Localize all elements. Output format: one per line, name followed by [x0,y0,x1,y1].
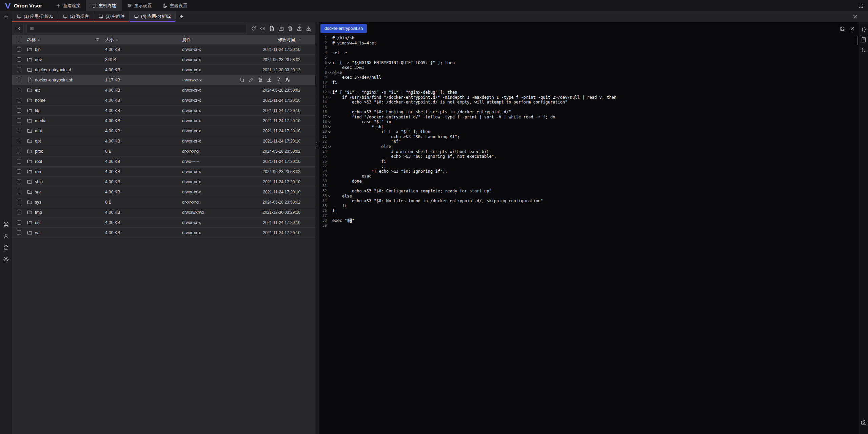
path-menu-icon[interactable] [29,26,34,31]
row-checkbox[interactable] [17,200,21,204]
brand[interactable]: Orion Visor [0,0,47,11]
editor-scrollbar[interactable] [857,36,858,45]
file-row-media[interactable]: media4.00 KBdrwxr-xr-x2021-11-24 17:20:1… [12,116,315,126]
fold-toggle-icon[interactable] [327,115,332,120]
terminal-tab-1[interactable]: (1) 应用-分析01 [12,11,58,22]
row-checkbox[interactable] [17,159,21,164]
delete-icon[interactable] [258,77,263,82]
file-row-root[interactable]: root4.00 KBdrwx------2021-11-24 17:20:10 [12,156,315,167]
file-row-usr[interactable]: usr4.00 KBdrwxr-xr-x2021-11-24 17:20:10 [12,218,315,228]
fold-toggle-icon[interactable] [327,144,332,149]
row-checkbox[interactable] [17,68,21,72]
row-checkbox[interactable] [17,180,21,184]
folder-add-icon[interactable] [278,26,284,31]
file-row-home[interactable]: home4.00 KBdrwxr-xr-x2021-11-24 17:20:10 [12,95,315,106]
back-button[interactable] [15,24,24,33]
sort-name-icon[interactable] [37,38,41,42]
file-row-sys[interactable]: sys0 Bdr-xr-xr-x2024-05-28 23:58:02 [12,197,315,207]
new-connection-icon[interactable] [3,14,9,20]
row-checkbox[interactable] [17,47,21,52]
user-icon[interactable] [3,233,9,239]
row-checkbox[interactable] [17,129,21,133]
edit-icon[interactable] [249,77,254,82]
fold-toggle-icon[interactable] [327,119,332,125]
braces-icon[interactable] [861,27,867,33]
fold-toggle-icon[interactable] [327,70,332,75]
row-checkbox[interactable] [17,139,21,143]
file-row-tmp[interactable]: tmp4.00 KBdrwxrwxrwx2021-12-30 03:29:10 [12,207,315,218]
tabbar-close-icon[interactable] [852,14,858,19]
file-row-run[interactable]: run4.00 KBdrwxr-xr-x2024-05-28 23:58:02 [12,167,315,177]
fold-toggle-icon[interactable] [327,125,332,130]
fold-toggle-icon[interactable] [327,60,332,65]
download-icon[interactable] [306,26,311,31]
column-header-time[interactable]: 修改时间 [278,37,295,43]
file-row-proc[interactable]: proc0 Bdr-xr-xr-x2024-05-28 23:58:02 [12,146,315,156]
permission-icon[interactable] [285,77,290,82]
copy-icon[interactable] [239,77,244,82]
swap-vertical-icon[interactable] [861,47,867,53]
fold-toggle-icon[interactable] [327,129,332,134]
sync-icon[interactable] [3,245,9,251]
file-row-dev[interactable]: dev340 Bdrwxr-xr-x2024-05-28 23:58:02 [12,55,315,65]
fold-toggle-icon[interactable] [327,95,332,100]
filter-icon[interactable] [96,38,100,42]
path-input[interactable] [26,24,247,33]
row-checkbox[interactable] [17,190,21,194]
upload-icon[interactable] [297,26,302,31]
settings-icon[interactable] [3,256,9,262]
menu-item-3[interactable]: 显示设置 [122,0,157,11]
code-area[interactable]: 1#!/bin/sh2# vim:sw=4:ts=4:et34set -e56i… [319,35,859,434]
file-row-sbin[interactable]: sbin4.00 KBdrwxr-xr-x2021-11-24 17:20:10 [12,177,315,187]
menu-item-4[interactable]: 主题设置 [157,0,193,11]
select-all-checkbox[interactable] [17,38,21,42]
sort-time-icon[interactable] [297,38,300,42]
row-checkbox[interactable] [17,88,21,92]
file-row-lib[interactable]: lib4.00 KBdrwxr-xr-x2021-11-24 17:20:10 [12,106,315,116]
row-checkbox[interactable] [17,210,21,214]
row-checkbox[interactable] [17,78,21,82]
fold-toggle-icon[interactable] [327,90,332,95]
menu-item-2[interactable]: 主机终端 [86,0,122,11]
row-checkbox[interactable] [17,230,21,235]
eye-icon[interactable] [260,26,265,31]
file-row-docker-entrypoint.sh[interactable]: docker-entrypoint.sh1.17 KB-rwxrwxr-x [12,75,315,85]
row-size: 0 B [104,149,181,154]
save-icon[interactable] [840,26,845,31]
panel-divider[interactable] [315,22,319,434]
row-checkbox[interactable] [17,169,21,174]
fold-toggle-icon[interactable] [327,194,332,199]
terminal-tab-4[interactable]: (4) 应用-分析02 [130,11,176,22]
refresh-icon[interactable] [251,26,256,31]
terminal-tab-3[interactable]: (3) 中间件 [94,11,130,22]
add-tab-icon[interactable] [176,11,187,22]
row-checkbox[interactable] [17,118,21,123]
file-row-bin[interactable]: bin4.00 KBdrwxr-xr-x2021-11-24 17:20:10 [12,44,315,55]
delete-icon[interactable] [288,26,293,31]
row-checkbox[interactable] [17,98,21,102]
file-row-var[interactable]: var4.00 KBdrwxr-xr-x2021-11-24 17:20:10 [12,228,315,238]
row-checkbox[interactable] [17,149,21,153]
sort-size-icon[interactable] [115,38,119,42]
row-checkbox[interactable] [17,108,21,113]
file-row-opt[interactable]: opt4.00 KBdrwxr-xr-x2021-11-24 17:20:10 [12,136,315,146]
file-row-docker-entrypoint.d[interactable]: docker-entrypoint.d4.00 KBdrwxr-xr-x2021… [12,65,315,75]
menu-item-1[interactable]: 新建连接 [51,0,86,11]
row-checkbox[interactable] [17,57,21,62]
command-icon[interactable] [3,222,9,228]
file-add-icon[interactable] [269,26,275,31]
row-checkbox[interactable] [17,220,21,225]
editor-file-tab[interactable]: docker-entrypoint.sh [320,24,367,33]
move-icon[interactable] [276,77,281,82]
editor-close-icon[interactable] [850,26,855,31]
file-row-srv[interactable]: srv4.00 KBdrwxr-xr-x2021-11-24 17:20:10 [12,187,315,197]
download-icon[interactable] [267,77,272,82]
terminal-tab-2[interactable]: (2) 数据库 [58,11,94,22]
fullscreen-icon[interactable] [858,3,864,8]
file-row-etc[interactable]: etc4.00 KBdrwxr-xr-x2024-05-28 23:58:02 [12,85,315,95]
file-text-icon[interactable] [861,37,867,43]
file-row-mnt[interactable]: mnt4.00 KBdrwxr-xr-x2021-11-24 17:20:10 [12,126,315,136]
column-header-size[interactable]: 大小 [105,37,114,43]
column-header-name[interactable]: 名称 [27,37,36,43]
camera-icon[interactable] [861,419,867,425]
